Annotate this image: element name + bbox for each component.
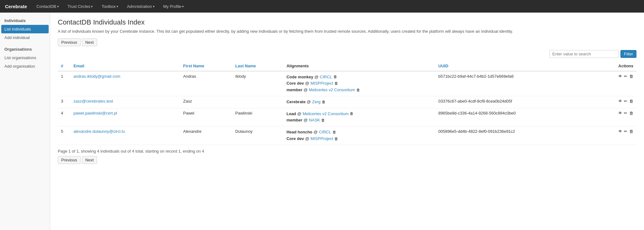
- next-button-top[interactable]: Next: [82, 38, 97, 46]
- navbar-brand[interactable]: Cerebrate: [5, 4, 27, 9]
- cell-last-name: Pawlinski: [232, 108, 283, 126]
- email-link[interactable]: alexandre.dulaunoy@circl.lu: [73, 129, 125, 134]
- view-icon[interactable]: 👁: [618, 74, 622, 79]
- delete-icon[interactable]: 🗑: [629, 129, 633, 134]
- cell-last-name: Iklody: [232, 71, 283, 96]
- pagination-info: Page 1 of 1, showing 4 individuals out o…: [58, 149, 636, 154]
- cell-actions: 👁 ✏ 🗑: [594, 126, 636, 145]
- previous-button-bottom[interactable]: Previous: [58, 156, 81, 164]
- cell-last-name: [232, 96, 283, 108]
- delete-icon[interactable]: 🗑: [629, 74, 633, 79]
- sidebar-item-list-organisations[interactable]: List organisations: [0, 53, 50, 62]
- edit-icon[interactable]: ✏: [624, 74, 627, 79]
- remove-alignment-icon[interactable]: 🗑: [334, 81, 338, 87]
- cell-first-name: Alexandre: [180, 126, 232, 145]
- search-bar: Filter: [58, 50, 636, 58]
- alignment-org-link[interactable]: CIRCL: [320, 74, 332, 81]
- table-row: 5 alexandre.dulaunoy@circl.lu Alexandre …: [58, 126, 636, 145]
- page-title: ContactDB Individuals Index: [58, 18, 636, 26]
- alignment-org-link[interactable]: Zerg: [312, 99, 321, 105]
- email-link[interactable]: zasz@cerebrates.test: [73, 99, 113, 104]
- edit-icon[interactable]: ✏: [624, 129, 627, 134]
- alignment-item: Core dev @ MISPProject 🗑: [286, 136, 432, 142]
- cell-uuid: 03376c67-abe0-4cdf-8cf8-8cea0b24d05f: [435, 96, 594, 108]
- individuals-table: # Email First Name Last Name Alignments …: [58, 61, 636, 145]
- cell-uuid: 005896e5-dd4b-4822-8ef0-091b236e91c2: [435, 126, 594, 145]
- cell-first-name: Pawel: [180, 108, 232, 126]
- sidebar-item-add-individual[interactable]: Add individual: [0, 33, 50, 42]
- col-header-alignments: Alignments: [283, 61, 435, 71]
- alignment-org-link[interactable]: Melicertes v2 Consortium: [303, 111, 349, 117]
- remove-alignment-icon[interactable]: 🗑: [333, 129, 336, 135]
- alignment-item: Core dev @ MISPProject 🗑: [286, 80, 432, 87]
- email-link[interactable]: pawel.pawlinski@cert.pl: [73, 111, 117, 115]
- cell-uuid: 8965be8d-c336-4a14-9268-560c894c0be0: [435, 108, 594, 126]
- remove-alignment-icon[interactable]: 🗑: [333, 74, 337, 80]
- alignment-org-link[interactable]: MISPProject: [311, 136, 333, 142]
- alignment-org-link[interactable]: Melicertes v2 Consortium: [309, 87, 355, 93]
- view-icon[interactable]: 👁: [618, 129, 622, 134]
- remove-alignment-icon[interactable]: 🗑: [350, 111, 354, 117]
- cell-alignments: Head honcho @ CIRCL 🗑 Core dev @ MISPPro…: [283, 126, 435, 145]
- remove-alignment-icon[interactable]: 🗑: [356, 87, 360, 93]
- cell-id: 1: [58, 71, 70, 96]
- cell-alignments: Code monkey @ CIRCL 🗑 Core dev @ MISPPro…: [283, 71, 435, 96]
- pagination-top: Previous Next: [58, 38, 636, 46]
- sidebar-section-organisations: Organisations: [0, 45, 50, 53]
- alignment-item: Head honcho @ CIRCL 🗑: [286, 129, 432, 136]
- col-header-email: Email: [70, 61, 180, 71]
- sidebar: Individuals List individuals Add individ…: [0, 13, 50, 230]
- cell-email: andras.iklody@gmail.com: [70, 71, 180, 96]
- cell-alignments: Lead @ Melicertes v2 Consortium 🗑 member…: [283, 108, 435, 126]
- table-row: 1 andras.iklody@gmail.com Andras Iklody …: [58, 71, 636, 96]
- cell-first-name: Zasz: [180, 96, 232, 108]
- sidebar-item-add-organisation[interactable]: Add organisation: [0, 62, 50, 70]
- table-row: 3 zasz@cerebrates.test Zasz Cerebrate @ …: [58, 96, 636, 108]
- nav-toolbox-caret: ▾: [116, 5, 118, 8]
- alignment-org-link[interactable]: CIRCL: [319, 129, 331, 136]
- alignment-item: member @ NASK 🗑: [286, 117, 432, 124]
- edit-icon[interactable]: ✏: [624, 99, 627, 104]
- next-button-bottom[interactable]: Next: [82, 156, 97, 164]
- nav-trust-circles[interactable]: Trust Circles ▾: [64, 0, 96, 13]
- cell-email: alexandre.dulaunoy@circl.lu: [70, 126, 180, 145]
- alignment-item: Cerebrate @ Zerg 🗑: [286, 99, 432, 105]
- remove-alignment-icon[interactable]: 🗑: [322, 99, 326, 105]
- cell-email: pawel.pawlinski@cert.pl: [70, 108, 180, 126]
- cell-last-name: Dulaunoy: [232, 126, 283, 145]
- nav-administration[interactable]: Admnistration ▾: [124, 0, 157, 13]
- cell-first-name: Andras: [180, 71, 232, 96]
- pagination-bottom: Previous Next: [58, 156, 636, 164]
- nav-contactdb[interactable]: ContactDB ▾: [33, 0, 62, 13]
- previous-button-top[interactable]: Previous: [58, 38, 81, 46]
- cell-alignments: Cerebrate @ Zerg 🗑: [283, 96, 435, 108]
- cell-id: 5: [58, 126, 70, 145]
- table-header-row: # Email First Name Last Name Alignments …: [58, 61, 636, 71]
- filter-button[interactable]: Filter: [620, 50, 636, 58]
- view-icon[interactable]: 👁: [618, 111, 622, 115]
- sidebar-item-list-individuals[interactable]: List individuals: [1, 25, 49, 33]
- search-input[interactable]: [549, 50, 619, 58]
- col-header-last-name: Last Name: [232, 61, 283, 71]
- remove-alignment-icon[interactable]: 🗑: [321, 117, 325, 123]
- remove-alignment-icon[interactable]: 🗑: [334, 136, 338, 142]
- sidebar-section-individuals: Individuals: [0, 16, 50, 25]
- main-content: ContactDB Individuals Index A list of in…: [50, 13, 644, 230]
- nav-administration-caret: ▾: [153, 5, 154, 8]
- cell-actions: 👁 ✏ 🗑: [594, 108, 636, 126]
- delete-icon[interactable]: 🗑: [629, 111, 633, 115]
- col-header-first-name: First Name: [180, 61, 232, 71]
- view-icon[interactable]: 👁: [618, 99, 622, 104]
- col-header-uuid: UUID: [435, 61, 594, 71]
- alignment-org-link[interactable]: MISPProject: [311, 80, 333, 87]
- email-link[interactable]: andras.iklody@gmail.com: [73, 74, 120, 79]
- col-header-hash: #: [58, 61, 70, 71]
- delete-icon[interactable]: 🗑: [629, 99, 633, 104]
- col-header-actions: Actions: [594, 61, 636, 71]
- alignment-item: member @ Melicertes v2 Consortium 🗑: [286, 87, 432, 93]
- alignment-org-link[interactable]: NASK: [309, 117, 320, 124]
- nav-my-profile-caret: ▾: [182, 5, 184, 8]
- edit-icon[interactable]: ✏: [624, 111, 627, 115]
- nav-toolbox[interactable]: Toolbox ▾: [98, 0, 121, 13]
- nav-my-profile[interactable]: My Profile ▾: [160, 0, 187, 13]
